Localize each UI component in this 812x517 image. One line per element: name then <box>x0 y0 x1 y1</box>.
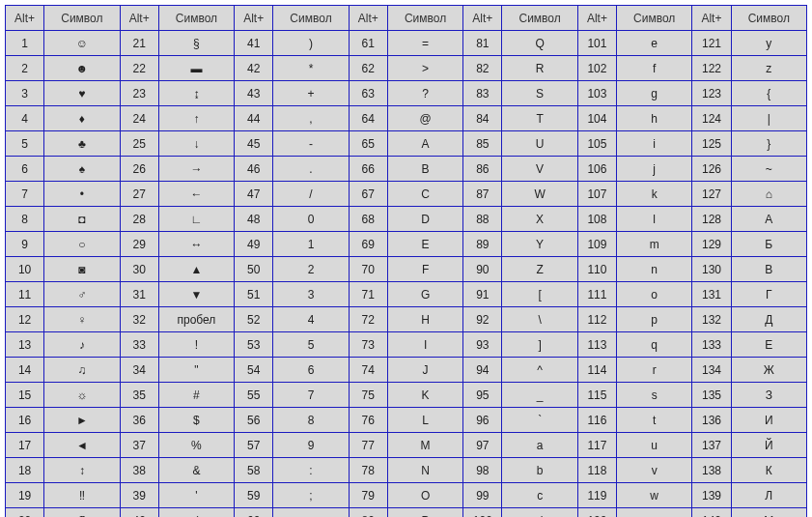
header-alt: Alt+ <box>6 6 44 31</box>
alt-code-cell: 90 <box>463 257 502 282</box>
symbol-cell: { <box>731 81 806 106</box>
symbol-cell: / <box>273 182 349 207</box>
alt-code-cell: 1 <box>6 31 44 56</box>
alt-code-cell: 66 <box>349 157 387 182</box>
alt-code-cell: 41 <box>235 31 273 56</box>
alt-code-cell: 7 <box>6 182 44 207</box>
symbol-cell: И <box>731 408 806 433</box>
symbol-cell: ↔ <box>158 232 234 257</box>
table-row: 7•27←47/67C87W107k127⌂ <box>6 182 807 207</box>
alt-code-cell: 125 <box>692 131 731 157</box>
alt-code-cell: 43 <box>235 81 273 106</box>
symbol-cell: ♣ <box>44 131 120 157</box>
alt-code-cell: 120 <box>577 508 616 518</box>
symbol-cell: 4 <box>273 307 349 332</box>
alt-code-cell: 110 <box>577 257 616 282</box>
symbol-cell: → <box>158 157 234 182</box>
symbol-cell: ♥ <box>44 81 120 106</box>
alt-code-cell: 65 <box>349 131 387 157</box>
symbol-cell: o <box>617 282 692 307</box>
alt-code-cell: 86 <box>463 157 502 182</box>
symbol-cell: 6 <box>273 358 349 383</box>
symbol-cell: E <box>387 232 462 257</box>
symbol-cell: z <box>731 56 806 81</box>
alt-code-cell: 117 <box>577 433 616 458</box>
alt-code-cell: 42 <box>235 56 273 81</box>
symbol-cell: r <box>617 358 692 383</box>
symbol-cell: \ <box>502 307 577 332</box>
symbol-cell: ' <box>158 483 234 508</box>
header-alt: Alt+ <box>463 6 502 31</box>
alt-code-cell: 95 <box>463 383 502 408</box>
symbol-cell: G <box>387 282 462 307</box>
table-row: 14♫34"54674J94^114r134Ж <box>6 358 807 383</box>
table-row: 19‼39'59;79O99c119w139Л <box>6 483 807 508</box>
symbol-cell: q <box>617 332 692 358</box>
table-row: 20¶40(60<80P100d120x140М <box>6 508 807 518</box>
header-symbol: Символ <box>44 6 120 31</box>
symbol-cell: L <box>387 408 462 433</box>
table-row: 6♠26→46.66B86V106j126~ <box>6 157 807 182</box>
symbol-cell: ♦ <box>44 106 120 131</box>
symbol-cell: ↕ <box>44 458 120 483</box>
alt-code-cell: 96 <box>463 408 502 433</box>
alt-code-cell: 61 <box>349 31 387 56</box>
symbol-cell: К <box>731 458 806 483</box>
symbol-cell: g <box>617 81 692 106</box>
alt-code-cell: 18 <box>6 458 44 483</box>
alt-code-cell: 62 <box>349 56 387 81</box>
alt-code-cell: 112 <box>577 307 616 332</box>
alt-code-cell: 71 <box>349 282 387 307</box>
alt-code-cell: 140 <box>692 508 731 518</box>
symbol-cell: [ <box>502 282 577 307</box>
symbol-cell: M <box>387 433 462 458</box>
alt-code-cell: 50 <box>235 257 273 282</box>
header-alt: Alt+ <box>349 6 387 31</box>
symbol-cell: Y <box>502 232 577 257</box>
alt-code-cell: 105 <box>577 131 616 157</box>
alt-code-cell: 9 <box>6 232 44 257</box>
alt-code-cell: 75 <box>349 383 387 408</box>
alt-code-cell: 74 <box>349 358 387 383</box>
table-row: 17◄37%57977M97a117u137Й <box>6 433 807 458</box>
alt-code-cell: 67 <box>349 182 387 207</box>
symbol-cell: 9 <box>273 433 349 458</box>
symbol-cell: ] <box>502 332 577 358</box>
alt-code-cell: 69 <box>349 232 387 257</box>
alt-code-cell: 53 <box>235 332 273 358</box>
alt-code-cell: 8 <box>6 207 44 232</box>
alt-code-cell: 100 <box>463 508 502 518</box>
symbol-cell: ← <box>158 182 234 207</box>
alt-code-cell: 82 <box>463 56 502 81</box>
alt-code-cell: 51 <box>235 282 273 307</box>
symbol-cell: O <box>387 483 462 508</box>
alt-code-cell: 38 <box>120 458 158 483</box>
alt-code-cell: 136 <box>692 408 731 433</box>
alt-code-cell: 52 <box>235 307 273 332</box>
symbol-cell: H <box>387 307 462 332</box>
symbol-cell: ♪ <box>44 332 120 358</box>
alt-code-cell: 21 <box>120 31 158 56</box>
symbol-cell: % <box>158 433 234 458</box>
symbol-cell: 3 <box>273 282 349 307</box>
symbol-cell: ↨ <box>158 81 234 106</box>
table-row: 15☼35#55775K95_115s135З <box>6 383 807 408</box>
header-symbol: Символ <box>617 6 692 31</box>
alt-code-cell: 132 <box>692 307 731 332</box>
symbol-cell: n <box>617 257 692 282</box>
header-alt: Alt+ <box>577 6 616 31</box>
alt-code-cell: 83 <box>463 81 502 106</box>
table-row: 10◙30▲50270F90Z110n130В <box>6 257 807 282</box>
alt-code-cell: 20 <box>6 508 44 518</box>
symbol-cell: B <box>387 157 462 182</box>
alt-code-cell: 33 <box>120 332 158 358</box>
symbol-cell: Ж <box>731 358 806 383</box>
symbol-cell: s <box>617 383 692 408</box>
alt-code-cell: 99 <box>463 483 502 508</box>
symbol-cell: Е <box>731 332 806 358</box>
alt-code-cell: 73 <box>349 332 387 358</box>
symbol-cell: ↑ <box>158 106 234 131</box>
alt-code-cell: 28 <box>120 207 158 232</box>
symbol-cell: _ <box>502 383 577 408</box>
alt-code-cell: 106 <box>577 157 616 182</box>
